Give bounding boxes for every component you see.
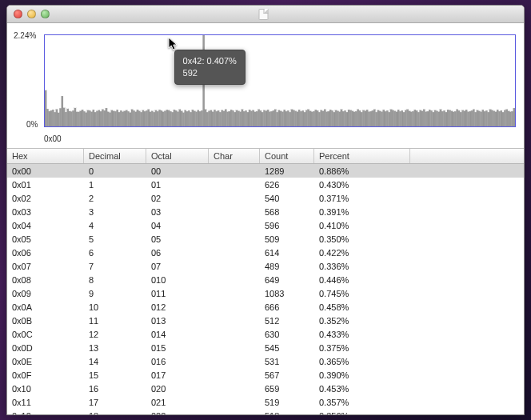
- svg-rect-204: [420, 110, 421, 126]
- svg-rect-24: [89, 110, 90, 126]
- svg-rect-190: [393, 111, 395, 126]
- svg-rect-166: [349, 110, 351, 126]
- cell: 0x0A: [7, 302, 84, 312]
- col-octal[interactable]: Octal: [146, 149, 209, 163]
- svg-rect-163: [344, 110, 345, 126]
- svg-rect-185: [385, 111, 386, 126]
- svg-rect-249: [502, 112, 504, 126]
- histogram-bars: [45, 35, 515, 126]
- table-row[interactable]: 0x0880106490.446%: [7, 273, 524, 286]
- table-row[interactable]: 0x077074890.336%: [7, 259, 524, 273]
- col-hex[interactable]: Hex: [7, 149, 84, 163]
- cell: 0.458%: [314, 302, 410, 312]
- svg-rect-176: [368, 112, 369, 126]
- table-body[interactable]: 0x0000012890.886%0x011016260.430%0x02202…: [7, 164, 524, 414]
- svg-rect-49: [135, 112, 137, 126]
- table-row[interactable]: 0x066066140.422%: [7, 246, 524, 259]
- svg-rect-13: [69, 111, 70, 126]
- col-decimal[interactable]: Decimal: [84, 149, 146, 163]
- table-row[interactable]: 0x022025400.371%: [7, 191, 524, 205]
- col-char[interactable]: Char: [209, 149, 260, 163]
- svg-rect-171: [359, 110, 361, 126]
- table-header[interactable]: Hex Decimal Octal Char Count Percent: [7, 149, 524, 164]
- svg-rect-121: [267, 110, 269, 126]
- svg-rect-20: [82, 110, 83, 126]
- svg-rect-32: [104, 110, 106, 126]
- cell: 0x10: [7, 384, 84, 394]
- svg-rect-194: [401, 110, 403, 126]
- cell: 0x07: [7, 262, 84, 271]
- svg-rect-144: [309, 111, 311, 126]
- table-row[interactable]: 0x0F150175670.390%: [7, 368, 524, 382]
- table-row[interactable]: 0x0E140165310.365%: [7, 354, 524, 368]
- svg-rect-15: [72, 110, 74, 126]
- svg-rect-198: [409, 111, 410, 126]
- svg-rect-210: [430, 110, 432, 126]
- cell: 0.410%: [314, 221, 410, 230]
- table-row[interactable]: 0x09901110830.745%: [7, 286, 524, 300]
- svg-rect-111: [249, 110, 250, 126]
- svg-rect-42: [122, 112, 123, 126]
- table-row[interactable]: 0x11170215190.357%: [7, 395, 524, 409]
- col-percent[interactable]: Percent: [314, 149, 410, 163]
- svg-rect-4: [52, 110, 54, 126]
- svg-rect-200: [412, 111, 413, 126]
- histogram-panel: 2.24% 0% 0x42: 0.407% 592 0x00: [7, 23, 524, 148]
- svg-rect-17: [76, 112, 78, 126]
- svg-rect-1: [46, 109, 48, 126]
- minimize-icon[interactable]: [27, 10, 36, 18]
- cell: 568: [260, 207, 314, 217]
- histogram-chart[interactable]: 2.24% 0% 0x42: 0.407% 592 0x00: [14, 31, 519, 146]
- plot-area[interactable]: 0x42: 0.407% 592: [44, 34, 516, 127]
- table-row[interactable]: 0x0D130155450.375%: [7, 341, 524, 354]
- svg-rect-202: [416, 110, 417, 126]
- svg-rect-232: [471, 110, 473, 126]
- close-icon[interactable]: [14, 10, 22, 18]
- svg-rect-83: [198, 110, 199, 126]
- svg-rect-227: [461, 110, 463, 126]
- cell: 0.356%: [314, 411, 410, 415]
- col-count[interactable]: Count: [260, 149, 314, 163]
- table-row[interactable]: 0x033035680.391%: [7, 205, 524, 218]
- svg-rect-222: [453, 112, 454, 126]
- svg-rect-203: [417, 112, 419, 126]
- svg-rect-11: [65, 112, 66, 126]
- svg-rect-157: [333, 112, 335, 126]
- svg-rect-44: [126, 110, 127, 126]
- svg-rect-248: [501, 110, 502, 126]
- svg-rect-180: [375, 112, 377, 126]
- svg-rect-105: [238, 111, 239, 126]
- svg-rect-150: [321, 110, 322, 126]
- svg-rect-18: [78, 112, 79, 126]
- cell: 00: [146, 166, 209, 176]
- svg-rect-61: [157, 111, 158, 126]
- table-row[interactable]: 0x011016260.430%: [7, 178, 524, 191]
- svg-rect-162: [342, 111, 344, 126]
- svg-rect-107: [242, 110, 243, 126]
- table-row[interactable]: 0x044045960.410%: [7, 218, 524, 232]
- table-row[interactable]: 0x055055090.350%: [7, 232, 524, 246]
- svg-rect-71: [175, 110, 177, 126]
- table-row[interactable]: 0x0C120146300.433%: [7, 327, 524, 341]
- svg-rect-182: [379, 111, 381, 126]
- svg-rect-102: [232, 110, 234, 126]
- svg-rect-50: [137, 110, 138, 126]
- table-row[interactable]: 0x0B110135120.352%: [7, 314, 524, 327]
- table-row[interactable]: 0x12180225180.356%: [7, 409, 524, 414]
- byte-table: Hex Decimal Octal Char Count Percent 0x0…: [7, 148, 524, 414]
- titlebar[interactable]: [7, 6, 524, 23]
- table-row[interactable]: 0x10160206590.453%: [7, 382, 524, 395]
- zoom-icon[interactable]: [41, 10, 50, 18]
- table-row[interactable]: 0x0000012890.886%: [7, 164, 524, 178]
- svg-rect-140: [302, 110, 304, 126]
- svg-rect-22: [86, 113, 87, 126]
- svg-rect-137: [297, 112, 298, 126]
- svg-rect-177: [370, 111, 372, 126]
- cell: 0.422%: [314, 248, 410, 258]
- svg-rect-201: [414, 110, 416, 126]
- svg-rect-191: [396, 112, 397, 126]
- table-row[interactable]: 0x0A100126660.458%: [7, 300, 524, 314]
- svg-rect-247: [498, 111, 500, 126]
- cell: 0x0F: [7, 370, 84, 380]
- svg-rect-209: [429, 110, 430, 126]
